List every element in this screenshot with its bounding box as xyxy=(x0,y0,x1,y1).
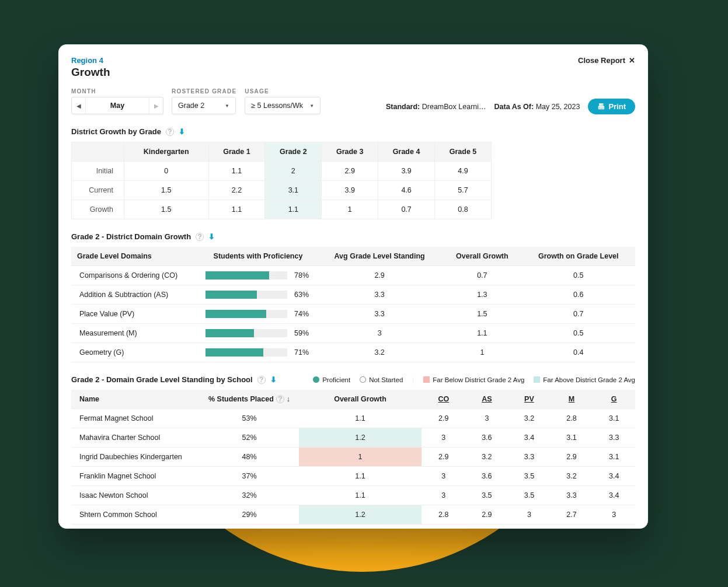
cell-placed: 53% xyxy=(200,409,299,428)
print-button[interactable]: 🖶 Print xyxy=(588,99,635,114)
col-co[interactable]: CO xyxy=(422,390,466,409)
cell: 4.9 xyxy=(435,162,492,181)
month-label: MONTH xyxy=(71,88,163,95)
col-as[interactable]: AS xyxy=(466,390,508,409)
cell-school: Fermat Magnet School xyxy=(71,409,200,428)
far-above-swatch xyxy=(534,376,540,383)
col-proficiency: Students with Proficiency xyxy=(200,247,316,266)
cell-placed: 32% xyxy=(200,486,299,505)
cell-growth: 1 xyxy=(299,448,422,467)
close-report-button[interactable]: Close Report ✕ xyxy=(578,56,635,65)
cell-gog: 0.4 xyxy=(522,343,635,362)
table-row: Initial01.122.93.94.9 xyxy=(72,162,492,181)
cell-gog: 0.7 xyxy=(522,305,635,324)
cell-domain: Addition & Subtraction (AS) xyxy=(71,285,200,305)
cell-co: 2.8 xyxy=(422,505,466,525)
cell-co: 3 xyxy=(422,467,466,486)
cell-placed: 48% xyxy=(200,448,299,467)
col-grade-2: Grade 2 xyxy=(265,142,322,162)
proficiency-bar xyxy=(205,271,287,279)
cell-co: 2.9 xyxy=(422,409,466,428)
cell-growth: 1.5 xyxy=(443,305,521,324)
row-label: Initial xyxy=(72,162,124,181)
col-name[interactable]: Name xyxy=(71,390,200,409)
col-overall-growth[interactable]: Overall Growth xyxy=(299,390,422,409)
table-row: Mahavira Charter School52%1.233.63.43.13… xyxy=(71,428,635,448)
col-standing: Avg Grade Level Standing xyxy=(316,247,443,266)
usage-select[interactable]: ≥ 5 Lessons/Wk ▼ xyxy=(245,97,321,114)
cell-m: 3.3 xyxy=(551,486,593,505)
cell-growth: 1.1 xyxy=(443,324,521,343)
cell: 4.6 xyxy=(378,181,435,200)
cell-proficiency: 63% xyxy=(200,285,316,305)
download-icon[interactable]: ⬇ xyxy=(179,127,185,136)
col-grade-4: Grade 4 xyxy=(378,142,435,162)
sort-desc-icon: ↓ xyxy=(287,395,290,403)
cell-g: 3.1 xyxy=(593,448,635,467)
cell-standing: 2.9 xyxy=(316,266,443,285)
help-icon[interactable]: ? xyxy=(276,395,284,403)
proficiency-bar xyxy=(205,291,287,299)
grade-select[interactable]: Grade 2 ▼ xyxy=(172,97,236,114)
cell-gog: 0.5 xyxy=(522,266,635,285)
col-placed[interactable]: % Students Placed?↓ xyxy=(200,390,299,409)
proficient-swatch xyxy=(313,376,319,383)
cell-g: 3.4 xyxy=(593,467,635,486)
cell-proficiency: 78% xyxy=(200,266,316,285)
cell-proficiency: 59% xyxy=(200,324,316,343)
page-title: Growth xyxy=(71,66,635,79)
cell-as: 3 xyxy=(466,409,508,428)
cell-m: 2.9 xyxy=(551,448,593,467)
print-icon: 🖶 xyxy=(597,102,605,111)
cell-growth: 1 xyxy=(443,343,521,362)
cell-m: 3.1 xyxy=(551,428,593,448)
cell-g: 3.4 xyxy=(593,486,635,505)
cell-growth: 1.1 xyxy=(299,409,422,428)
breadcrumb[interactable]: Region 4 xyxy=(71,56,103,65)
chevron-down-icon: ▼ xyxy=(309,103,314,109)
cell: 5.7 xyxy=(435,181,492,200)
help-icon[interactable]: ? xyxy=(196,233,204,241)
cell: 1 xyxy=(322,200,378,219)
table-row: Comparisons & Ordering (CO)78%2.90.70.5 xyxy=(71,266,635,285)
table-row: Growth1.51.11.110.70.8 xyxy=(72,200,492,219)
help-icon[interactable]: ? xyxy=(257,376,266,384)
domain-growth-table: Grade Level Domains Students with Profic… xyxy=(71,247,635,362)
cell-growth: 0.7 xyxy=(443,266,521,285)
cell-as: 2.9 xyxy=(466,505,508,525)
cell-placed: 29% xyxy=(200,505,299,525)
download-icon[interactable]: ⬇ xyxy=(208,232,215,241)
chevron-down-icon: ▼ xyxy=(225,103,229,109)
standard-info: Standard: DreamBox Learni… xyxy=(386,103,486,111)
cell-m: 2.8 xyxy=(551,409,593,428)
proficiency-bar xyxy=(205,310,287,318)
col-g[interactable]: G xyxy=(593,390,635,409)
growth-by-grade-table: KindergartenGrade 1Grade 2Grade 3Grade 4… xyxy=(71,142,492,219)
cell-pv: 3.4 xyxy=(508,428,551,448)
cell: 2 xyxy=(265,162,322,181)
download-icon[interactable]: ⬇ xyxy=(270,375,277,384)
cell-standing: 3.3 xyxy=(316,305,443,324)
cell: 0 xyxy=(124,162,209,181)
month-next-button[interactable]: ▶ xyxy=(149,97,163,114)
table-row: Place Value (PV)74%3.31.50.7 xyxy=(71,305,635,324)
cell-growth: 1.3 xyxy=(443,285,521,305)
col-grade-1: Grade 1 xyxy=(208,142,265,162)
month-prev-button[interactable]: ◀ xyxy=(72,97,86,114)
section1-title: District Growth by Grade xyxy=(71,127,161,136)
cell: 2.2 xyxy=(208,181,265,200)
cell: 0.8 xyxy=(435,200,492,219)
help-icon[interactable]: ? xyxy=(166,128,174,136)
close-icon: ✕ xyxy=(629,56,635,65)
cell-pv: 3.5 xyxy=(508,467,551,486)
cell-pv: 3.2 xyxy=(508,409,551,428)
cell-as: 3.6 xyxy=(466,467,508,486)
col-domains: Grade Level Domains xyxy=(71,247,200,266)
col-m[interactable]: M xyxy=(551,390,593,409)
section3-title: Grade 2 - Domain Grade Level Standing by… xyxy=(71,375,253,384)
not-started-swatch xyxy=(360,376,366,383)
table-row: Ingrid Daubechies Kindergarten48%12.93.2… xyxy=(71,448,635,467)
col-pv[interactable]: PV xyxy=(508,390,551,409)
cell-pv: 3 xyxy=(508,505,551,525)
table-row: Shtern Common School29%1.22.82.932.73 xyxy=(71,505,635,525)
